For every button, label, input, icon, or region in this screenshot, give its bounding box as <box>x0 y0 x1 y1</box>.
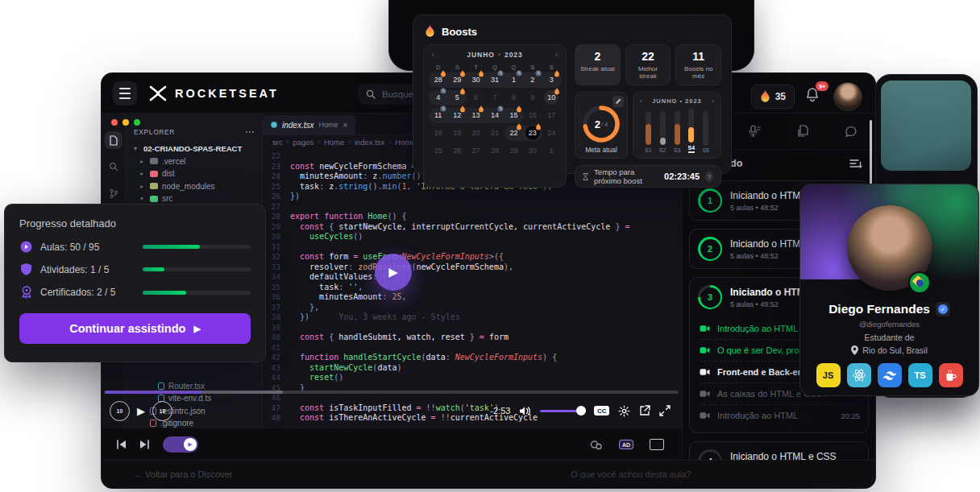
forward-10-button[interactable]: 10 <box>152 401 172 421</box>
calendar-day[interactable]: 28 <box>429 72 447 88</box>
calendar-day[interactable]: 25 <box>429 143 447 159</box>
calendar-day[interactable]: 8 <box>505 90 523 105</box>
calendar-day[interactable]: 15 <box>505 108 523 123</box>
week-bar[interactable]: S5 <box>702 111 709 153</box>
volume-slider[interactable] <box>540 410 585 412</box>
tree-item[interactable]: ▸dist <box>134 167 262 180</box>
video-scrubber[interactable] <box>105 391 679 394</box>
calendar-day[interactable]: 18 <box>429 126 447 141</box>
menu-button[interactable] <box>113 81 137 105</box>
boost-fire-icon <box>459 70 466 76</box>
calendar-day[interactable]: 5 <box>447 90 466 105</box>
weeks-prev-icon[interactable]: ‹ <box>640 97 642 105</box>
calendar-day[interactable]: 4 <box>429 90 447 105</box>
tree-root[interactable]: ▾02-CRIANDO-SPAS-REACT <box>134 143 262 155</box>
code-line: 41 <box>263 343 682 353</box>
play-icon: ▶ <box>388 265 398 279</box>
calendar-day[interactable]: 9 <box>523 90 542 105</box>
week-bar[interactable]: S3 <box>674 111 681 153</box>
theater-mode-icon[interactable] <box>650 439 664 450</box>
calendar-day[interactable]: 7 <box>485 90 504 105</box>
js-badge[interactable]: JS <box>816 363 841 387</box>
calendar-next-icon[interactable]: › <box>555 51 558 59</box>
notifications-button[interactable]: 9+ <box>804 87 824 106</box>
calendar-weekdays: DSTQQSS <box>429 59 561 71</box>
breadcrumb-item[interactable]: src <box>272 138 283 147</box>
calendar-day[interactable]: 1 <box>505 72 523 88</box>
calendar-day[interactable]: 24 <box>542 126 561 141</box>
audio-description-button[interactable]: AD <box>619 440 633 449</box>
tab-materials[interactable] <box>779 125 828 138</box>
breadcrumb-item[interactable]: Home <box>324 138 344 147</box>
week-bar[interactable]: S4 <box>688 109 696 153</box>
breadcrumb-item[interactable]: index.tsx <box>355 138 385 147</box>
calendar-day[interactable]: 12 <box>447 108 466 123</box>
tailwind-badge[interactable] <box>878 363 902 387</box>
rocketseat-logo[interactable]: ROCKETSEAT <box>148 85 279 101</box>
volume-icon[interactable] <box>519 406 531 416</box>
calendar-day[interactable]: 20 <box>467 126 485 141</box>
streak-counter[interactable]: 35 <box>751 85 795 109</box>
calendar-day[interactable]: 17 <box>542 108 561 123</box>
next-lesson-icon[interactable] <box>139 440 150 449</box>
audio-tracks-icon[interactable] <box>590 440 603 450</box>
calendar-day[interactable]: 19 <box>447 126 466 141</box>
module-progress-ring: 2 <box>698 237 722 261</box>
help-icon[interactable]: ? <box>705 171 713 182</box>
java-badge[interactable] <box>939 363 963 387</box>
autoplay-toggle[interactable]: ▶ <box>163 436 198 453</box>
tab-close-icon[interactable]: × <box>343 121 347 130</box>
calendar-day[interactable]: 26 <box>447 143 466 159</box>
ts-badge[interactable]: TS <box>908 363 932 387</box>
breadcrumb-item[interactable]: pages <box>293 138 314 147</box>
react-badge[interactable] <box>847 363 871 387</box>
tablet-screen-art <box>881 81 971 171</box>
calendar-day[interactable]: 22 <box>505 126 523 141</box>
tab-comments[interactable] <box>827 126 875 138</box>
calendar-day[interactable]: 2 <box>523 72 542 88</box>
user-avatar[interactable] <box>833 82 862 111</box>
rewind-10-button[interactable]: 10 <box>110 401 130 421</box>
video-play-overlay-button[interactable]: ▶ <box>375 254 412 291</box>
continue-watching-button[interactable]: Continuar assistindo ▶ <box>19 313 251 344</box>
calendar-day[interactable]: 30 <box>467 72 485 88</box>
tree-item[interactable]: ▸node_modules <box>134 180 262 193</box>
back-to-discover-link[interactable]: ← Voltar para o Discover <box>134 469 232 479</box>
fullscreen-icon[interactable] <box>659 405 671 416</box>
calendar-day[interactable]: 21 <box>485 126 504 141</box>
calendar-prev-icon[interactable]: ‹ <box>432 51 434 59</box>
lesson-item[interactable]: Introdução ao HTML20:25 <box>700 404 860 426</box>
scrollbar[interactable] <box>870 120 872 188</box>
sort-icon[interactable] <box>849 159 862 168</box>
calendar-day[interactable]: 28 <box>485 143 504 159</box>
captions-button[interactable]: CC <box>594 406 609 416</box>
editor-tab[interactable]: index.tsx Home × <box>263 115 355 134</box>
settings-gear-icon[interactable] <box>618 405 630 417</box>
tree-item[interactable]: ▸.vercel <box>134 155 262 168</box>
calendar-day[interactable]: 27 <box>467 143 485 159</box>
calendar-day[interactable]: 11 <box>429 108 447 123</box>
module-card[interactable]: 4Iniciando o HTML e CSS5 aulas • 48:52⌄ <box>689 441 869 460</box>
tab-transcript[interactable] <box>731 125 779 138</box>
calendar-day[interactable]: 3 <box>542 72 561 88</box>
play-button[interactable]: ▶ <box>137 405 145 417</box>
open-external-icon[interactable] <box>639 405 650 416</box>
week-bar[interactable]: S1 <box>645 111 652 153</box>
explorer-more-icon[interactable] <box>246 131 254 133</box>
calendar-day[interactable]: 29 <box>505 143 523 159</box>
previous-lesson-icon[interactable] <box>116 440 127 449</box>
calendar-day[interactable]: 10 <box>542 90 561 105</box>
week-bar[interactable]: S2 <box>659 111 666 153</box>
calendar-day[interactable]: 6 <box>467 90 485 105</box>
calendar-day[interactable]: 13 <box>467 108 485 123</box>
calendar-day[interactable]: 14 <box>485 108 504 123</box>
progress-title: Progresso detalhado <box>19 217 251 229</box>
calendar-day[interactable]: 30 <box>523 143 542 159</box>
weeks-next-icon[interactable]: › <box>712 97 714 105</box>
calendar-day[interactable]: 16 <box>523 108 542 123</box>
calendar-day[interactable]: 31 <box>485 72 504 88</box>
calendar-day[interactable]: 29 <box>447 72 466 88</box>
calendar-day[interactable]: 1 <box>542 143 561 159</box>
calendar-day[interactable]: 23 <box>523 126 542 141</box>
video-camera-icon <box>700 346 710 354</box>
